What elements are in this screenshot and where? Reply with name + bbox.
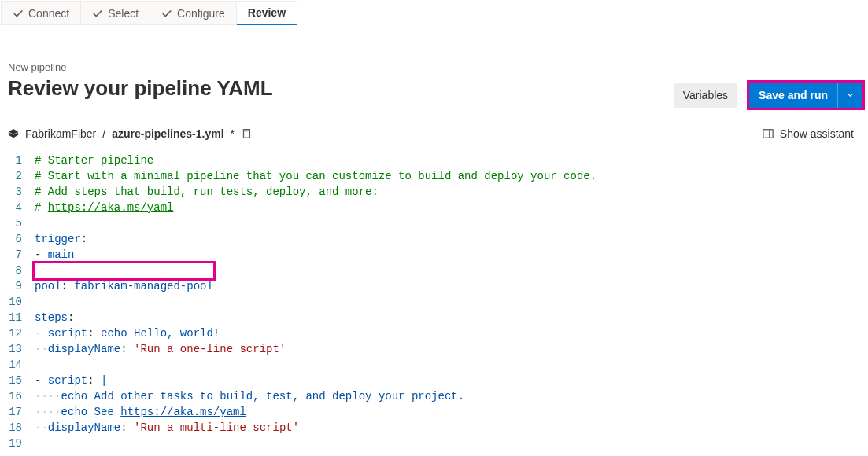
file-name: azure-pipelines-1.yml — [112, 127, 223, 140]
repo-name: FabrikamFiber — [25, 127, 96, 140]
breadcrumb: New pipeline — [8, 61, 860, 73]
save-run-highlight: Save and run — [747, 80, 865, 110]
step-label: Review — [248, 6, 286, 19]
show-assistant-button[interactable]: Show assistant — [763, 127, 854, 140]
file-bar: FabrikamFiber / azure-pipelines-1.yml * … — [0, 107, 868, 143]
code-text: - main — [35, 247, 74, 263]
header: New pipeline Review your pipeline YAML V… — [0, 25, 868, 107]
save-run-button[interactable]: Save and run — [749, 83, 837, 108]
panel-icon — [763, 128, 774, 139]
code-text: ··displayName: 'Run a multi-line script' — [35, 420, 299, 436]
line-number: 8 — [0, 263, 35, 278]
line-number: 1 — [0, 153, 35, 168]
code-text: ··displayName: 'Run a one-line script' — [35, 341, 286, 357]
pool-highlight — [32, 261, 216, 281]
line-number: 19 — [0, 436, 35, 451]
line-number: 12 — [0, 325, 35, 341]
assistant-label: Show assistant — [780, 127, 854, 140]
check-icon — [92, 8, 103, 19]
svg-rect-1 — [763, 130, 773, 138]
step-select[interactable]: Select — [81, 1, 150, 25]
step-review[interactable]: Review — [237, 1, 297, 25]
step-label: Select — [108, 7, 139, 20]
code-text: # Start with a minimal pipeline that you… — [35, 168, 597, 184]
step-label: Connect — [28, 7, 69, 20]
line-number: 17 — [0, 404, 35, 420]
line-number: 16 — [0, 388, 35, 404]
line-number: 3 — [0, 184, 35, 200]
line-number: 4 — [0, 200, 35, 215]
save-run-dropdown[interactable] — [837, 83, 862, 108]
line-number: 7 — [0, 247, 35, 263]
code-text: ····echo Add other tasks to build, test,… — [35, 388, 464, 404]
line-number: 10 — [0, 294, 35, 310]
line-number: 18 — [0, 420, 35, 436]
step-connect[interactable]: Connect — [1, 1, 81, 25]
line-number: 11 — [0, 310, 35, 325]
check-icon — [161, 8, 172, 19]
file-path: FabrikamFiber / azure-pipelines-1.yml * — [8, 127, 252, 140]
check-icon — [13, 8, 24, 19]
step-configure[interactable]: Configure — [150, 1, 237, 25]
code-text: # Add steps that build, run tests, deplo… — [35, 184, 379, 200]
line-number: 6 — [0, 231, 35, 247]
line-number: 15 — [0, 373, 35, 388]
code-text: ····echo See https://aka.ms/yaml — [35, 404, 246, 420]
line-number: 13 — [0, 341, 35, 357]
path-sep: / — [102, 127, 105, 140]
chevron-down-icon — [848, 90, 853, 100]
code-text: # Starter pipeline — [35, 153, 153, 168]
line-number: 5 — [0, 215, 35, 231]
header-actions: Variables Save and run — [674, 80, 865, 110]
code-text: - script: | — [35, 373, 107, 388]
copy-icon[interactable] — [241, 128, 252, 139]
yaml-editor[interactable]: 1# Starter pipeline 2# Start with a mini… — [0, 143, 868, 451]
line-number: 14 — [0, 357, 35, 373]
code-text: - script: echo Hello, world! — [35, 325, 220, 341]
code-text: # https://aka.ms/yaml — [35, 200, 173, 215]
code-text: steps: — [35, 310, 74, 325]
code-text: pool: fabrikam-managed-pool — [35, 278, 213, 294]
wizard-steps: Connect Select Configure Review — [0, 0, 868, 25]
repo-icon — [8, 128, 19, 139]
code-text: trigger: — [35, 231, 87, 247]
svg-rect-0 — [243, 131, 249, 138]
line-number: 2 — [0, 168, 35, 184]
dirty-indicator: * — [231, 127, 235, 140]
line-number: 9 — [0, 278, 35, 294]
step-label: Configure — [177, 7, 225, 20]
variables-button[interactable]: Variables — [674, 83, 737, 108]
